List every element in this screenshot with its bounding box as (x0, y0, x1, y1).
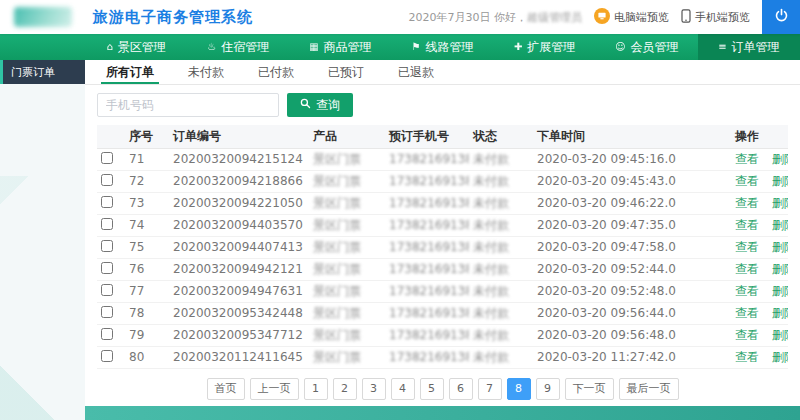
nav-item-6[interactable]: ☺ 会员管理 (596, 34, 698, 60)
column-header-4: 预订手机号 (385, 125, 469, 148)
search-button[interactable]: 查询 (287, 93, 353, 117)
row-checkbox[interactable] (101, 262, 113, 274)
top-header: 旅游电子商务管理系统 2020年7月30日 你好，超级管理员 电脑端预览 手机端… (0, 0, 800, 34)
logo (0, 0, 85, 34)
cell-order-no: 20200320112411645 (169, 346, 309, 368)
cell-product: 景区门票 (309, 258, 385, 280)
nav-item-1[interactable]: ⌂ 景区管理 (85, 34, 187, 60)
cell-phone: 17382169138 (385, 280, 469, 302)
row-checkbox[interactable] (101, 218, 113, 230)
cell-order-time: 2020-03-20 09:47:58.0 (533, 236, 731, 258)
pagination-page-3[interactable]: 3 (362, 378, 386, 400)
greeting-text: 你好， (494, 11, 527, 24)
cell-seq: 76 (125, 258, 169, 280)
delete-link[interactable]: 删除 (772, 350, 788, 364)
cell-actions: 查看 删除 (731, 346, 788, 368)
delete-link[interactable]: 删除 (772, 196, 788, 210)
cell-product: 景区门票 (309, 170, 385, 192)
cell-phone: 17382169138 (385, 324, 469, 346)
pagination-page-8[interactable]: 8 (507, 378, 531, 400)
pagination-page-5[interactable]: 5 (420, 378, 444, 400)
cell-status: 未付款 (469, 170, 533, 192)
app-title: 旅游电子商务管理系统 (93, 8, 253, 27)
power-icon (774, 8, 789, 27)
row-checkbox[interactable] (101, 196, 113, 208)
tab-5[interactable]: 已退款 (381, 60, 451, 84)
pagination-next[interactable]: 下一页 (565, 378, 614, 400)
view-link[interactable]: 查看 (735, 218, 759, 232)
cell-product: 景区门票 (309, 346, 385, 368)
row-checkbox[interactable] (101, 306, 113, 318)
row-checkbox[interactable] (101, 152, 113, 164)
view-link[interactable]: 查看 (735, 240, 759, 254)
tab-2[interactable]: 未付款 (171, 60, 241, 84)
delete-link[interactable]: 删除 (772, 328, 788, 342)
view-link[interactable]: 查看 (735, 306, 759, 320)
cell-order-no: 20200320094407413 (169, 236, 309, 258)
pagination-page-2[interactable]: 2 (333, 378, 357, 400)
view-link[interactable]: 查看 (735, 284, 759, 298)
mobile-preview-button[interactable]: 手机端预览 (681, 9, 750, 26)
row-checkbox[interactable] (101, 328, 113, 340)
nav-item-5[interactable]: ✚ 扩展管理 (494, 34, 596, 60)
cell-seq: 71 (125, 148, 169, 170)
cell-order-no: 20200320095342448 (169, 302, 309, 324)
tab-1[interactable]: 所有订单 (89, 60, 171, 84)
logout-power-button[interactable] (762, 0, 800, 34)
nav-item-3[interactable]: ▦ 商品管理 (289, 34, 391, 60)
view-link[interactable]: 查看 (735, 196, 759, 210)
row-checkbox[interactable] (101, 284, 113, 296)
delete-link[interactable]: 删除 (772, 174, 788, 188)
pagination-page-4[interactable]: 4 (391, 378, 415, 400)
view-link[interactable]: 查看 (735, 152, 759, 166)
delete-link[interactable]: 删除 (772, 262, 788, 276)
delete-link[interactable]: 删除 (772, 218, 788, 232)
nav-item-4[interactable]: ⚑ 线路管理 (391, 34, 493, 60)
cell-order-time: 2020-03-20 09:45:43.0 (533, 170, 731, 192)
cell-seq: 73 (125, 192, 169, 214)
pc-preview-button[interactable]: 电脑端预览 (594, 8, 669, 27)
cell-actions: 查看 删除 (731, 324, 788, 346)
orders-table: 序号订单编号产品预订手机号状态下单时间操作 71 202003200942151… (97, 125, 788, 369)
view-link[interactable]: 查看 (735, 262, 759, 276)
row-checkbox[interactable] (101, 174, 113, 186)
cell-product: 景区门票 (309, 214, 385, 236)
pagination-prev[interactable]: 上一页 (250, 378, 299, 400)
pagination-first[interactable]: 首页 (207, 378, 245, 400)
cell-status: 未付款 (469, 346, 533, 368)
cell-product: 景区门票 (309, 324, 385, 346)
view-link[interactable]: 查看 (735, 174, 759, 188)
cell-order-no: 20200320095347712 (169, 324, 309, 346)
nav-item-7[interactable]: ≡ 订单管理 (698, 34, 800, 60)
nav-item-2[interactable]: ♨ 住宿管理 (187, 34, 289, 60)
date-text: 2020年7月30日 (409, 11, 491, 24)
delete-link[interactable]: 删除 (772, 152, 788, 166)
column-header-3: 产品 (309, 125, 385, 148)
cell-order-no: 20200320094947631 (169, 280, 309, 302)
table-row: 76 20200320094942121 景区门票 17382169138 未付… (97, 258, 788, 280)
column-header-2: 订单编号 (169, 125, 309, 148)
tab-4[interactable]: 已预订 (311, 60, 381, 84)
pagination-page-1[interactable]: 1 (304, 378, 328, 400)
pagination-page-9[interactable]: 9 (536, 378, 560, 400)
sidebar-item-ticket-orders[interactable]: 门票订单 (0, 60, 85, 84)
table-row: 78 20200320095342448 景区门票 17382169138 未付… (97, 302, 788, 324)
tab-3[interactable]: 已付款 (241, 60, 311, 84)
delete-link[interactable]: 删除 (772, 240, 788, 254)
cell-order-no: 20200320094218866 (169, 170, 309, 192)
row-checkbox[interactable] (101, 240, 113, 252)
pagination-last[interactable]: 最后一页 (619, 378, 679, 400)
pagination-page-7[interactable]: 7 (478, 378, 502, 400)
row-checkbox[interactable] (101, 350, 113, 362)
cell-status: 未付款 (469, 302, 533, 324)
pagination-page-6[interactable]: 6 (449, 378, 473, 400)
phone-search-input[interactable] (97, 93, 279, 117)
view-link[interactable]: 查看 (735, 350, 759, 364)
cell-seq: 75 (125, 236, 169, 258)
delete-link[interactable]: 删除 (772, 284, 788, 298)
column-header-6: 下单时间 (533, 125, 731, 148)
search-row: 查询 (85, 85, 800, 123)
view-link[interactable]: 查看 (735, 328, 759, 342)
delete-link[interactable]: 删除 (772, 306, 788, 320)
sidebar-item-label: 门票订单 (11, 65, 55, 80)
